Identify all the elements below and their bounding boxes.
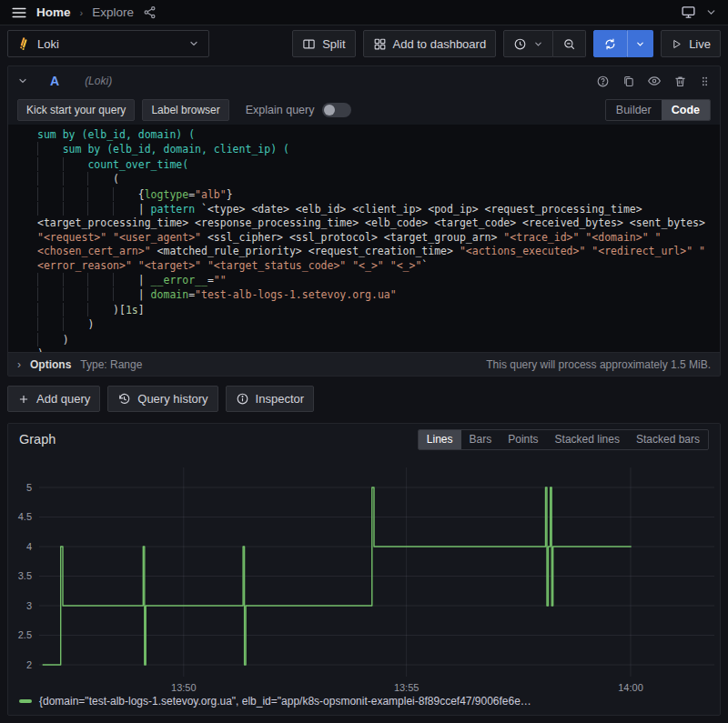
- indent-guide: [63, 187, 88, 201]
- query-history-button[interactable]: Query history: [107, 386, 217, 412]
- drag-handle-icon[interactable]: [699, 75, 711, 88]
- label-browser-button[interactable]: Label browser: [142, 99, 228, 121]
- chevron-down-icon: [533, 39, 543, 49]
- inspector-button[interactable]: Inspector: [226, 386, 314, 412]
- query-stats: This query will process approximately 1.…: [486, 358, 711, 371]
- play-icon: [671, 38, 682, 50]
- live-button[interactable]: Live: [661, 30, 721, 57]
- indent-guide: [63, 273, 88, 286]
- indent-guide: [63, 303, 88, 316]
- code-tab[interactable]: Code: [662, 100, 710, 120]
- logql-code-editor[interactable]: sum by (elb_id, domain) (sum by (elb_id,…: [8, 125, 720, 352]
- add-to-dashboard-label: Add to dashboard: [393, 37, 487, 51]
- code-line[interactable]: )[1s]: [37, 303, 716, 317]
- run-query-interval-dropdown[interactable]: [627, 30, 653, 57]
- series-legend-label: {domain="test-alb-logs-1.setevoy.org.ua"…: [39, 695, 531, 708]
- add-query-button[interactable]: Add query: [7, 386, 100, 412]
- explore-toolbar: Loki Split Add to dashboard: [0, 30, 728, 57]
- code-line[interactable]: | __error__="": [37, 273, 716, 287]
- chevron-down-icon[interactable]: [705, 6, 717, 18]
- builder-tab[interactable]: Builder: [606, 100, 662, 120]
- indent-guide: [87, 287, 113, 301]
- indent-guide: [87, 172, 113, 186]
- y-axis-tick: 4: [26, 541, 32, 552]
- chevron-down-icon: [635, 39, 645, 49]
- indent-guide: [113, 187, 138, 201]
- indent-guide: [37, 287, 63, 301]
- options-label[interactable]: Options: [30, 358, 71, 371]
- chart-svg: 22.533.544.5513:5013:5514:00: [8, 460, 720, 698]
- help-icon[interactable]: [596, 75, 610, 88]
- viz-mode-stacked-lines[interactable]: Stacked lines: [547, 430, 628, 449]
- indent-guide: [87, 187, 113, 201]
- time-series-chart[interactable]: 22.533.544.5513:5013:5514:00: [8, 460, 720, 698]
- indent-guide: [37, 317, 63, 331]
- kick-start-query-button[interactable]: Kick start your query: [17, 99, 135, 121]
- query-row-header: A (Loki): [8, 66, 720, 95]
- code-line[interactable]: sum by (elb_id, domain, client_ip) (: [37, 142, 716, 156]
- code-line[interactable]: count_over_time(: [37, 157, 716, 172]
- series-color-swatch: [19, 699, 32, 703]
- y-axis-tick: 2: [26, 659, 32, 670]
- indent-guide: [37, 187, 63, 201]
- clock-icon: [513, 37, 527, 51]
- viz-mode-points[interactable]: Points: [500, 430, 546, 449]
- indent-guide: [113, 273, 138, 286]
- remove-query-trash-icon[interactable]: [673, 75, 687, 88]
- viz-mode-bars[interactable]: Bars: [461, 430, 500, 449]
- history-icon: [117, 392, 131, 406]
- code-line[interactable]: (: [37, 172, 716, 186]
- query-datasource-hint: (Loki): [85, 75, 112, 87]
- code-line[interactable]: | domain="test-alb-logs-1.setevoy.org.ua…: [37, 287, 716, 302]
- explain-query-label: Explain query: [246, 104, 315, 116]
- split-view-icon: [302, 37, 316, 51]
- collapse-chevron-icon[interactable]: [17, 75, 28, 86]
- split-button[interactable]: Split: [292, 30, 355, 57]
- y-axis-tick: 3.5: [18, 570, 32, 581]
- indent-guide: [37, 157, 63, 171]
- time-picker-button[interactable]: [503, 30, 553, 57]
- hamburger-menu-icon[interactable]: [11, 5, 27, 21]
- code-line[interactable]: ): [37, 317, 716, 332]
- query-ref-id[interactable]: A: [50, 74, 59, 88]
- indent-guide: [113, 287, 138, 301]
- hide-response-eye-icon[interactable]: [647, 74, 662, 88]
- x-axis-tick: 14:00: [618, 682, 643, 693]
- code-line[interactable]: sum by (elb_id, domain) (: [37, 128, 716, 142]
- breadcrumb-explore[interactable]: Explore: [92, 5, 134, 19]
- plus-icon: [17, 393, 30, 406]
- code-line[interactable]: | pattern `<type> <date> <elb_id> <clien…: [37, 202, 716, 273]
- indent-guide: [63, 157, 88, 171]
- y-axis-tick: 2.5: [18, 629, 32, 640]
- y-axis-tick: 4.5: [18, 511, 32, 522]
- zoom-out-button[interactable]: [553, 30, 586, 57]
- indent-guide: [63, 317, 88, 331]
- options-chevron-icon[interactable]: ›: [17, 358, 21, 371]
- indent-guide: [63, 172, 88, 186]
- datasource-picker[interactable]: Loki: [7, 30, 209, 57]
- live-label: Live: [689, 37, 711, 51]
- add-to-dashboard-button[interactable]: Add to dashboard: [363, 30, 497, 57]
- graph-panel: Graph LinesBarsPointsStacked linesStacke…: [7, 423, 721, 716]
- graph-title: Graph: [19, 432, 56, 447]
- share-icon[interactable]: [143, 5, 157, 19]
- duplicate-query-icon[interactable]: [622, 75, 635, 88]
- display-icon[interactable]: [681, 5, 696, 20]
- series-legend[interactable]: {domain="test-alb-logs-1.setevoy.org.ua"…: [19, 695, 531, 708]
- breadcrumb-home[interactable]: Home: [36, 5, 71, 19]
- add-query-label: Add query: [36, 392, 90, 406]
- builder-code-switch: Builder Code: [605, 99, 711, 121]
- datasource-name: Loki: [37, 37, 59, 51]
- indent-guide: [37, 273, 63, 286]
- viz-mode-lines[interactable]: Lines: [419, 430, 461, 449]
- code-line[interactable]: {logtype="alb"}: [37, 187, 716, 202]
- inspector-label: Inspector: [256, 392, 304, 406]
- run-query-button[interactable]: [593, 30, 627, 57]
- top-nav: Home › Explore: [0, 0, 728, 25]
- split-label: Split: [322, 37, 345, 51]
- code-line[interactable]: ): [37, 333, 716, 347]
- indent-guide: [37, 142, 63, 156]
- indent-guide: [37, 303, 63, 316]
- viz-mode-stacked-bars[interactable]: Stacked bars: [628, 430, 708, 449]
- explain-query-toggle[interactable]: [322, 103, 351, 117]
